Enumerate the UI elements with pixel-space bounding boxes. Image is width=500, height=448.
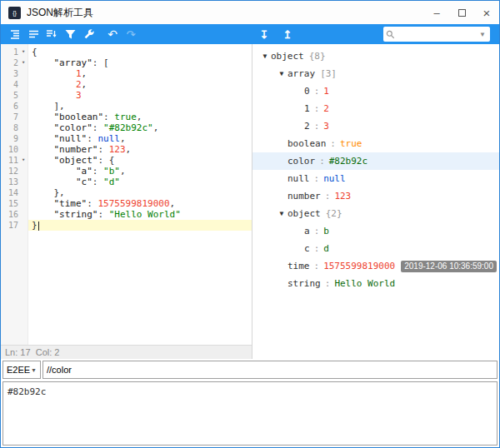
tree-key: array [288,68,315,79]
query-mode-value: E2EE [7,365,30,375]
gutter-row: 8 [1,122,28,133]
collapse-toggle-icon[interactable]: ▼ [276,210,288,217]
collapse-toggle-icon[interactable]: ▼ [259,52,271,60]
tree-row[interactable]: a:b [252,222,499,240]
key-value-separator: : [325,278,331,289]
minimize-button[interactable]: – [424,1,449,24]
child-count: {2} [326,208,342,219]
code-line[interactable]: "time": 1575599819000, [28,198,252,209]
code-line[interactable]: "c": "d" [28,177,252,187]
tree-key: 1 [304,103,310,114]
tree-value: 3 [323,121,329,132]
compress-button[interactable] [25,26,42,42]
format-icon [10,29,21,39]
gutter-row: 4 [1,79,28,90]
code-line[interactable]: 2, [28,79,252,90]
key-value-separator: : [314,261,320,271]
search-input[interactable] [395,29,478,39]
tree-row[interactable]: time:15755998190002019-12-06 10:36:59:00 [252,257,499,275]
redo-button[interactable]: ↷ [122,26,139,42]
tree-row[interactable]: number:123 [252,187,499,205]
line-number: 10 [1,144,19,155]
query-mode-select[interactable]: E2EE ▼ [2,361,41,379]
repair-button[interactable] [80,26,97,42]
expand-all-button[interactable]: ↧ [256,26,272,42]
wrench-icon [83,29,94,40]
app-icon-glyph: {} [12,10,17,16]
tree-value: b [323,226,329,236]
line-number: 8 [1,122,19,133]
tree-key: object [288,208,321,219]
sort-icon [46,29,58,39]
code-line[interactable]: "boolean": true, [28,112,252,122]
line-number: 11 [1,155,19,166]
tree-row[interactable]: ▼object{2} [252,205,499,222]
line-number: 16 [1,209,19,220]
collapse-toggle-icon[interactable]: ▼ [276,70,288,77]
editor-gutter: 1▾2▾34567891011▾121314151617 [1,44,28,345]
main-split: 1▾2▾34567891011▾121314151617 { "array": … [1,44,499,359]
code-line[interactable]: { [28,47,252,57]
tree-key: string [288,278,321,289]
editor-code[interactable]: { "array": [ 1, 2, 3 ], "boolean": true,… [28,44,252,345]
line-number: 13 [1,177,19,187]
tree-key: c [304,243,310,254]
code-line[interactable]: "color": "#82b92c", [28,122,252,133]
gutter-row[interactable]: 2▾ [1,57,28,68]
tree-row[interactable]: ▼object{8} [252,47,499,65]
child-count: {8} [309,51,326,62]
tree-row[interactable]: ▼array[3] [252,65,499,82]
collapse-all-button[interactable]: ↥ [279,26,296,42]
format-button[interactable] [7,26,23,42]
gutter-row[interactable]: 11▾ [1,155,28,166]
maximize-button[interactable] [449,1,474,24]
code-line[interactable]: "string": "Hello World" [28,209,252,220]
sort-button[interactable] [43,26,60,42]
code-line[interactable]: "a": "b", [28,166,252,177]
gutter-row[interactable]: 1▾ [1,47,28,57]
fold-toggle-icon[interactable]: ▾ [19,155,28,166]
query-result[interactable]: #82b92c [2,381,498,446]
code-line[interactable]: "null": null, [28,133,252,144]
tree-row[interactable]: string:Hello World [252,275,499,292]
line-number: 9 [1,133,19,144]
code-line[interactable]: "object": { [28,155,252,166]
search-dropdown-icon[interactable]: ▼ [478,31,488,38]
tree-row[interactable]: 2:3 [252,117,499,135]
key-value-separator: : [314,103,320,114]
close-button[interactable]: × [474,1,499,24]
fold-toggle-icon[interactable]: ▾ [19,47,28,57]
key-value-separator: : [319,156,325,167]
json-code-editor[interactable]: 1▾2▾34567891011▾121314151617 { "array": … [1,44,252,345]
undo-button[interactable]: ↶ [104,26,121,42]
code-line[interactable]: 3 [28,90,252,101]
fold-toggle-icon[interactable]: ▾ [19,57,28,68]
gutter-row: 17 [1,220,28,231]
code-line[interactable]: "array": [ [28,57,252,68]
window-title: JSON解析工具 [27,6,93,20]
code-line[interactable]: } [28,220,252,231]
titlebar: {} JSON解析工具 – × [1,1,499,24]
tree-row[interactable]: c:d [252,240,499,257]
search-box[interactable]: ▼ [383,27,490,42]
json-editor-pane: 1▾2▾34567891011▾121314151617 { "array": … [1,44,252,359]
tree-row[interactable]: 0:1 [252,82,499,100]
tree-key: a [304,226,310,236]
code-line[interactable]: "number": 123, [28,144,252,155]
gutter-row: 3 [1,68,28,79]
tree-key: boolean [288,138,326,149]
tree-row[interactable]: boolean:true [252,135,499,152]
tree-row[interactable]: null:null [252,170,499,187]
query-input[interactable] [42,361,498,379]
filter-button[interactable] [62,26,78,42]
tree-row[interactable]: color:#82b92c [252,152,499,170]
tree-row[interactable]: 1:2 [252,100,499,117]
line-number: 15 [1,198,19,209]
tree-toolbar: ↧ ↥ [255,26,297,42]
code-line[interactable]: }, [28,187,252,198]
code-line[interactable]: 1, [28,68,252,79]
code-line[interactable]: ], [28,101,252,112]
maximize-icon [458,9,466,17]
gutter-row: 12 [1,166,28,177]
key-value-separator: : [314,243,320,254]
